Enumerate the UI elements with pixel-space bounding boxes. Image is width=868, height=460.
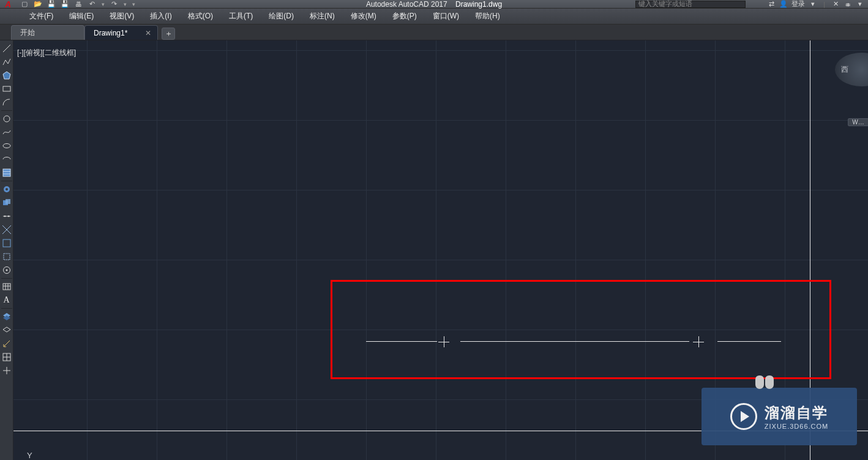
tab-start[interactable]: 开始 [11,25,84,40]
svg-rect-21 [3,284,10,290]
line-tool-icon[interactable] [1,42,13,55]
polygon-tool-icon[interactable] [1,69,13,82]
watermark-feet-icon [755,375,774,389]
pline-tool-icon[interactable] [1,55,13,69]
login-button[interactable]: 登录 [791,0,805,9]
donut-tool-icon[interactable] [1,183,13,196]
layersoff-tool-icon[interactable] [1,323,13,337]
arc-tool-icon[interactable] [1,96,13,109]
text-tool-icon[interactable]: A [1,293,13,307]
search-input[interactable]: 键入关键字或短语 [635,1,746,8]
tab-add-button[interactable]: ＋ [162,28,175,40]
grid-line [13,260,868,260]
svg-line-0 [3,45,10,52]
file-name: Drawing1.dwg [455,0,502,9]
open-icon[interactable]: 📂 [32,0,44,9]
help-people-icon[interactable]: ⩩ [844,1,852,8]
svg-point-14 [7,216,9,217]
user-icon[interactable]: 👤 [779,0,788,8]
ellipse-tool-icon[interactable] [1,139,13,153]
quick-access-toolbar: ▢ 📂 💾 💾 🖶 ↶ ▾ ↷ ▾ ▾ [16,0,137,9]
ray-tool-icon[interactable] [1,236,13,250]
undo-icon[interactable]: ↶ [86,0,98,9]
menu-view[interactable]: 视图(V) [102,9,141,24]
dim-tool-icon[interactable] [1,337,13,350]
navcube-face-label: 西 [841,64,848,75]
login-dropdown-icon[interactable]: ▾ [809,0,817,8]
grid-line [575,40,576,460]
xline-tool-icon[interactable] [1,223,13,236]
svg-point-13 [4,216,6,217]
watermark-title: 溜溜自学 [765,403,828,423]
grid-line [13,50,868,51]
menu-modify[interactable]: 修改(M) [343,9,384,24]
exchange-icon[interactable]: ⇄ [767,0,776,8]
titlebar-right: ⇄ 👤 登录 ▾ | ✕ ⩩ ▾ [767,0,864,9]
drawing-canvas[interactable]: A [-][俯视][二维线框] 西 W… [0,40,868,460]
play-icon [730,403,757,430]
move-tool-icon[interactable] [1,364,13,377]
menu-edit[interactable]: 编辑(E) [62,9,101,24]
new-icon[interactable]: ▢ [18,0,31,9]
save-icon[interactable]: 💾 [45,0,58,9]
menu-param[interactable]: 参数(P) [385,9,424,24]
circle-tool-icon[interactable] [1,112,13,126]
svg-rect-5 [3,169,10,176]
drawing-entity [717,341,781,342]
qat-more-icon[interactable]: ▾ [130,0,137,9]
title-bar: A ▢ 📂 💾 💾 🖶 ↶ ▾ ↷ ▾ ▾ Autodesk AutoCAD 2… [0,0,868,9]
redo-icon[interactable]: ↷ [108,0,120,9]
saveas-icon[interactable]: 💾 [59,0,71,9]
rect-tool-icon[interactable] [1,82,13,96]
tab-drawing1-label: Drawing1* [94,29,127,37]
svg-point-20 [6,270,7,271]
hatch-tool-icon[interactable] [1,166,13,179]
region-tool-icon[interactable] [1,196,13,209]
menu-draw[interactable]: 绘图(D) [261,9,301,24]
navcube-ring[interactable]: 西 [835,53,868,86]
table-tool-icon[interactable] [1,280,13,293]
menu-file[interactable]: 文件(F) [22,9,61,24]
grid-line [157,40,157,460]
menu-tools[interactable]: 工具(T) [222,9,260,24]
svg-marker-1 [3,72,10,79]
menu-help[interactable]: 帮助(H) [468,9,507,24]
redo-dropdown-icon[interactable]: ▾ [121,0,129,9]
drawing-entity [366,341,437,342]
nav-cube[interactable]: 西 W… [826,53,868,126]
help-dropdown-icon[interactable]: ▾ [856,0,864,8]
svg-rect-18 [4,254,10,260]
menu-insert[interactable]: 插入(I) [143,9,179,24]
spline-tool-icon[interactable] [1,126,13,139]
wcs-badge[interactable]: W… [848,118,868,126]
undo-dropdown-icon[interactable]: ▾ [99,0,107,9]
tab-start-label: 开始 [20,28,35,38]
close-icon[interactable]: ✕ [145,29,151,37]
viewport-control[interactable]: [-][俯视][二维线框] [17,48,76,58]
grid-line [13,330,868,330]
grid-line [366,40,367,460]
exchange-apps-icon[interactable]: ✕ [831,0,840,8]
point-tool-icon[interactable] [1,263,13,277]
plot-icon[interactable]: 🖶 [72,0,84,9]
gridtool-icon[interactable] [1,350,13,364]
tab-drawing1[interactable]: Drawing1* ✕ [84,25,158,40]
app-logo[interactable]: A [0,0,16,9]
svg-rect-17 [3,239,10,247]
layers-tool-icon[interactable] [1,310,13,323]
grid-line [226,40,227,460]
grid-line [645,40,646,460]
svg-rect-11 [6,199,10,204]
menu-window[interactable]: 窗口(W) [425,9,466,24]
svg-marker-27 [3,327,10,332]
divide-tool-icon[interactable] [1,209,13,223]
watermark-url: ZIXUE.3D66.COM [765,423,828,430]
drawing-entity [460,341,689,342]
drawing-entity [693,336,704,347]
menu-dim[interactable]: 标注(N) [302,9,342,24]
ellipse-arc-tool-icon[interactable] [1,153,13,166]
rect2-tool-icon[interactable] [1,250,13,263]
watermark-badge: 溜溜自学 ZIXUE.3D66.COM [702,388,857,445]
svg-point-4 [3,144,10,148]
menu-format[interactable]: 格式(O) [181,9,220,24]
